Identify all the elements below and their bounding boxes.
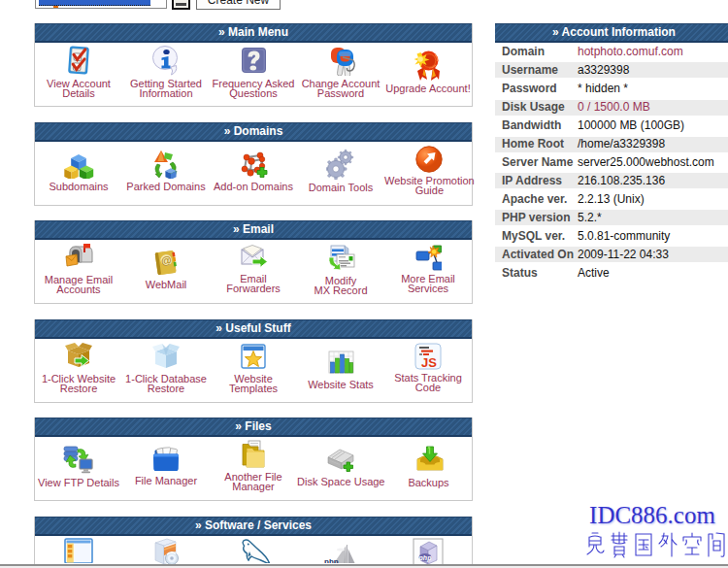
- svg-text:JS: JS: [421, 354, 437, 369]
- svg-text:php: php: [418, 554, 433, 562]
- svg-text:php: php: [324, 557, 339, 564]
- svg-text:@: @: [160, 253, 173, 266]
